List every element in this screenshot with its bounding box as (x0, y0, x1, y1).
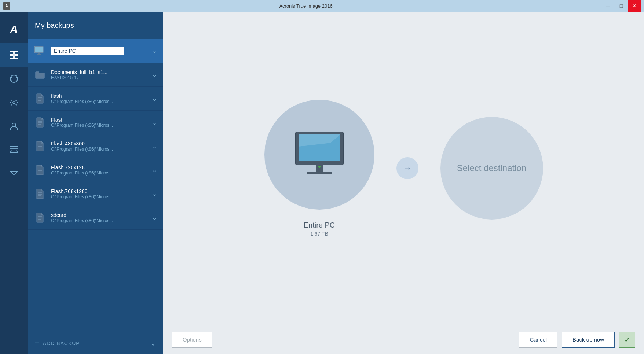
backup-item-path: C:\Program Files (x86)\Micros... (51, 170, 149, 176)
list-item[interactable]: ⌄ (28, 39, 163, 63)
backup-item-info: Flash.768x1280 C:\Program Files (x86)\Mi… (51, 188, 149, 199)
account-icon (9, 121, 19, 132)
chevron-down-icon: ⌄ (152, 118, 157, 126)
backup-item-name: Flash.720x1280 (51, 165, 149, 170)
chevron-down-icon: ⌄ (152, 47, 157, 55)
sidebar-item-account[interactable] (0, 114, 28, 138)
file-icon (33, 211, 47, 224)
back-up-now-button[interactable]: Back up now (562, 332, 615, 348)
backups-icon (9, 50, 19, 60)
mail-icon (9, 169, 19, 179)
svg-point-4 (13, 102, 15, 104)
backup-item-name (51, 47, 149, 55)
file-icon (33, 92, 47, 105)
svg-point-36 (318, 166, 321, 168)
backup-item-name: Documents_full_b1_s1... (51, 69, 149, 75)
monitor-icon (33, 44, 47, 58)
backup-item-info: flash C:\Program Files (x86)\Micros... (51, 93, 149, 104)
plus-icon: + (35, 339, 39, 347)
titlebar: A Acronis True Image 2016 ─ □ ✕ (0, 0, 644, 12)
pc-monitor-icon (288, 130, 351, 180)
list-item[interactable]: sdcard C:\Program Files (x86)\Micros... … (28, 206, 163, 230)
chevron-down-icon: ⌄ (152, 190, 157, 198)
backup-item-path: E:\ATI2015-1\ (51, 75, 149, 80)
backup-list: ⌄ Documents_full_b1_s1... E:\ATI2015-1\ … (28, 39, 163, 332)
cancel-button[interactable]: Cancel (519, 332, 557, 348)
bottom-right-actions: Cancel Back up now ✓ (519, 332, 635, 348)
window-title: Acronis True Image 2016 (10, 3, 601, 9)
content-main: Entire PC 1.67 TB → Select destination (163, 12, 644, 325)
sidebar-item-backups[interactable] (0, 43, 28, 67)
sidebar-item-mail[interactable] (0, 162, 28, 186)
source-circle (264, 100, 374, 210)
backup-item-path: C:\Program Files (x86)\Micros... (51, 194, 149, 199)
chevron-down-icon: ⌄ (152, 214, 157, 222)
svg-rect-12 (37, 54, 41, 55)
source-size: 1.67 TB (304, 231, 335, 237)
chevron-down-icon: ⌄ (152, 166, 157, 174)
file-icon (33, 116, 47, 129)
help-icon (9, 145, 19, 155)
sync-icon (9, 74, 19, 84)
check-icon: ✓ (624, 335, 630, 344)
arrow-icon: → (396, 157, 418, 179)
main-container: A (0, 12, 644, 354)
chevron-down-icon: ⌄ (152, 142, 157, 150)
add-backup-button[interactable]: + ADD BACKUP ⌄ (28, 332, 163, 354)
list-item[interactable]: Documents_full_b1_s1... E:\ATI2015-1\ ⌄ (28, 63, 163, 87)
add-backup-label: ADD BACKUP (43, 340, 80, 346)
backup-panel: My backups ⌄ (28, 12, 163, 354)
svg-rect-35 (307, 172, 332, 174)
backup-panel-header: My backups (28, 12, 163, 39)
list-item[interactable]: Flash.480x800 C:\Program Files (x86)\Mic… (28, 134, 163, 158)
backup-panel-title: My backups (35, 21, 74, 30)
folder-icon (33, 68, 47, 81)
backup-source: Entire PC 1.67 TB (264, 100, 374, 237)
backup-item-name: Flash.480x800 (51, 141, 149, 147)
destination-label: Select destination (457, 162, 526, 174)
backup-name-input[interactable] (51, 47, 124, 55)
chevron-down-icon: ⌄ (150, 339, 156, 347)
svg-rect-2 (10, 56, 14, 59)
svg-rect-0 (10, 51, 14, 54)
sidebar-item-sync[interactable] (0, 67, 28, 91)
close-button[interactable]: ✕ (628, 0, 641, 12)
backup-check-button[interactable]: ✓ (619, 332, 635, 348)
icon-sidebar: A (0, 12, 28, 354)
bottom-bar: Options Cancel Back up now ✓ (163, 325, 644, 354)
maximize-button[interactable]: □ (615, 0, 628, 12)
minimize-button[interactable]: ─ (601, 0, 615, 12)
chevron-down-icon: ⌄ (152, 71, 157, 79)
sidebar-item-tools[interactable] (0, 91, 28, 114)
window-controls: ─ □ ✕ (601, 0, 641, 12)
svg-rect-11 (38, 53, 40, 54)
svg-rect-1 (14, 51, 18, 54)
file-icon (33, 163, 47, 177)
select-destination-button[interactable]: Select destination (440, 117, 543, 220)
backup-item-path: C:\Program Files (x86)\Micros... (51, 99, 149, 104)
backup-item-name: Flash.768x1280 (51, 188, 149, 194)
list-item[interactable]: Flash.768x1280 C:\Program Files (x86)\Mi… (28, 182, 163, 206)
list-item[interactable]: Flash C:\Program Files (x86)\Micros... ⌄ (28, 111, 163, 134)
backup-item-info: Flash.480x800 C:\Program Files (x86)\Mic… (51, 141, 149, 152)
backup-item-info: Flash.720x1280 C:\Program Files (x86)\Mi… (51, 165, 149, 176)
backup-item-name: Flash (51, 117, 149, 123)
backup-item-info (51, 47, 149, 55)
file-icon (33, 140, 47, 153)
options-button[interactable]: Options (172, 332, 212, 348)
list-item[interactable]: Flash.720x1280 C:\Program Files (x86)\Mi… (28, 158, 163, 182)
backup-item-name: flash (51, 93, 149, 99)
backup-item-path: C:\Program Files (x86)\Micros... (51, 218, 149, 223)
tools-icon (9, 97, 19, 108)
file-icon (33, 187, 47, 200)
bottom-left-actions: Options (172, 332, 212, 348)
content-area: Entire PC 1.67 TB → Select destination O… (163, 12, 644, 354)
list-item[interactable]: flash C:\Program Files (x86)\Micros... ⌄ (28, 87, 163, 111)
sidebar-item-help[interactable] (0, 138, 28, 162)
backup-item-path: C:\Program Files (x86)\Micros... (51, 147, 149, 152)
backup-item-info: Documents_full_b1_s1... E:\ATI2015-1\ (51, 69, 149, 80)
backup-item-name: sdcard (51, 212, 149, 218)
backup-item-path: C:\Program Files (x86)\Micros... (51, 123, 149, 128)
logo-button[interactable]: A (0, 15, 28, 43)
backup-item-info: sdcard C:\Program Files (x86)\Micros... (51, 212, 149, 223)
